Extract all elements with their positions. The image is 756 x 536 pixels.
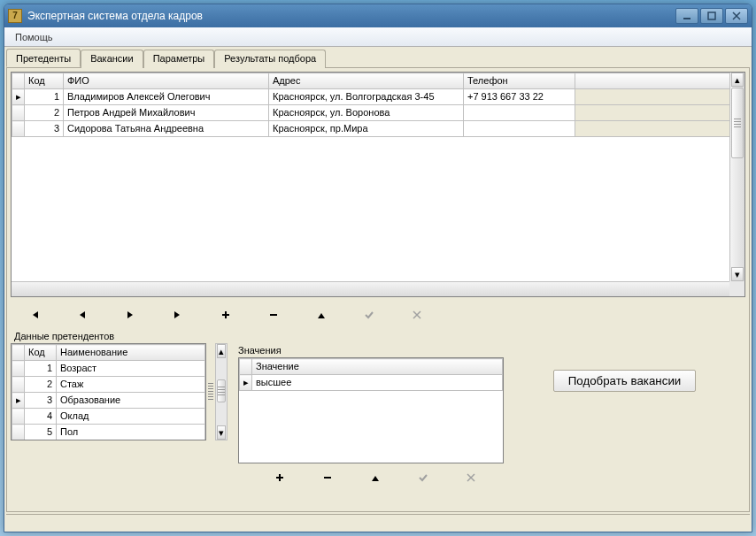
nav-edit-button[interactable] [297,304,345,325]
table-row[interactable]: ▸3Образование [12,393,205,409]
status-bar [6,514,750,530]
tab-parameters[interactable]: Параметры [143,50,215,68]
scroll-thumb[interactable] [731,88,744,158]
vertical-scrollbar[interactable]: ▴ ▾ [729,73,744,281]
col-value[interactable]: Значение [252,359,503,375]
nav-next-button[interactable] [106,304,154,325]
splitter-vertical[interactable] [206,343,215,440]
app-window: 7 Экспертная система отдела кадров Помощ… [4,4,752,532]
minimize-button[interactable] [675,8,698,24]
nav-post-button[interactable] [399,467,447,488]
params-section-label: Данные претендентов [14,331,745,341]
window-title: Экспертная система отдела кадров [27,10,675,22]
values-grid[interactable]: Значение ▸ высшее [238,357,504,463]
nav-insert-button[interactable] [202,304,250,325]
nav-cancel-button[interactable] [393,304,441,325]
table-row[interactable]: 4Оклад [12,409,205,425]
col-code[interactable]: Код [25,345,57,361]
db-navigator [11,301,745,329]
app-icon: 7 [8,9,22,23]
nav-last-button[interactable] [154,304,202,325]
scroll-down-icon[interactable]: ▾ [217,425,226,440]
nav-post-button[interactable] [345,304,393,325]
pick-vacancies-button[interactable]: Подобрать вакансии [553,370,697,392]
nav-delete-button[interactable] [304,467,351,488]
menu-help[interactable]: Помощь [8,30,60,44]
menubar: Помощь [4,27,752,47]
tab-applicants[interactable]: Претеденты [6,49,81,67]
tab-strip: Претеденты Вакансии Параметры Результаты… [4,47,752,67]
nav-first-button[interactable] [11,304,58,325]
col-address[interactable]: Адрес [269,73,464,89]
values-section-label: Значения [238,345,500,356]
scroll-down-icon[interactable]: ▾ [731,267,744,281]
titlebar: 7 Экспертная система отдела кадров [4,4,752,27]
table-row[interactable]: 2Стаж [12,377,205,393]
col-phone[interactable]: Телефон [464,73,575,89]
tab-results[interactable]: Результаты подбора [214,50,326,68]
svg-rect-0 [683,18,690,19]
nav-delete-button[interactable] [250,304,297,325]
col-code[interactable]: Код [25,73,64,89]
col-fio[interactable]: ФИО [64,73,269,89]
table-row[interactable]: ▸ высшее [240,375,503,391]
scroll-up-icon[interactable]: ▴ [731,73,744,87]
scroll-up-icon[interactable]: ▴ [217,344,226,358]
svg-rect-3 [324,477,331,479]
maximize-button[interactable] [700,8,723,24]
svg-rect-2 [270,314,277,316]
nav-insert-button[interactable] [256,467,304,488]
table-row[interactable]: 5Пол [12,425,205,440]
params-grid[interactable]: Код Наименование 1Возраст 2Стаж ▸3Образо… [11,343,206,440]
table-row[interactable]: 3 Сидорова Татьяна Андреевна Красноярск,… [12,121,744,137]
indicator-header [12,73,25,89]
vertical-scrollbar[interactable]: ▴ ▾ [215,343,228,440]
nav-prev-button[interactable] [58,304,106,325]
tab-vacancies[interactable]: Вакансии [81,50,143,68]
values-navigator [238,467,504,488]
svg-rect-1 [708,12,715,19]
col-name[interactable]: Наименование [57,345,205,361]
nav-edit-button[interactable] [351,467,399,488]
applicants-grid[interactable]: Код ФИО Адрес Телефон ▸ 1 Владимиров Але… [11,72,745,297]
table-row[interactable]: 1Возраст [12,361,205,377]
table-row[interactable]: ▸ 1 Владимиров Алексей Олегович Краснояр… [12,89,744,105]
horizontal-scrollbar[interactable] [12,281,729,296]
scroll-thumb[interactable] [217,379,226,402]
table-row[interactable]: 2 Петров Андрей Михайлович Красноярск, у… [12,105,744,121]
nav-cancel-button[interactable] [447,467,495,488]
close-button[interactable] [725,8,748,24]
